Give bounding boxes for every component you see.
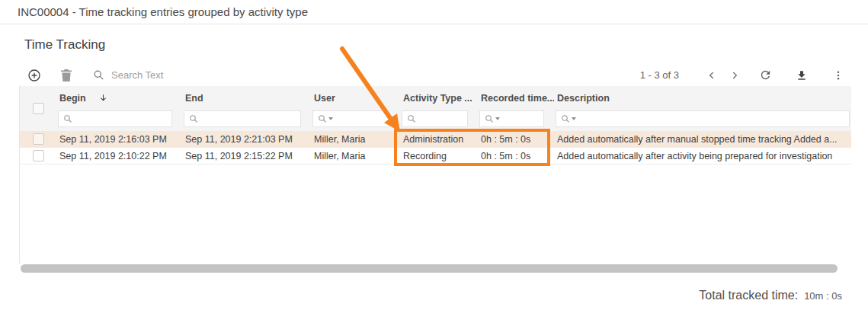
cell-recorded-time: 0h : 5m : 0s (478, 134, 554, 145)
column-header-end[interactable]: End (182, 93, 311, 104)
kebab-vertical-icon (832, 69, 844, 81)
toolbar-right: 1 - 3 of 3 (640, 66, 851, 85)
column-header-description[interactable]: Description (554, 93, 851, 104)
total-tracked-time: Total tracked time: 10m : 0s (699, 289, 842, 302)
cell-activity-type: Recording (400, 151, 478, 161)
global-search[interactable] (93, 68, 279, 83)
next-page-button[interactable] (726, 66, 743, 85)
magnifier-icon (561, 114, 570, 123)
chevron-left-icon (706, 70, 717, 81)
search-icon (93, 69, 104, 81)
column-header-activity-type[interactable]: Activity Type ... (400, 93, 478, 104)
sort-desc-icon (98, 93, 108, 103)
refresh-button[interactable] (755, 66, 775, 85)
magnifier-icon (189, 114, 198, 123)
grid-toolbar: 1 - 3 of 3 (19, 64, 851, 86)
cell-begin: Sep 11, 2019 2:10:22 PM (56, 151, 182, 161)
magnifier-icon (318, 114, 327, 123)
magnifier-icon (63, 114, 72, 123)
refresh-icon (759, 69, 772, 81)
page-title: Time Tracking (24, 37, 105, 53)
cell-recorded-time: 0h : 5m : 0s (478, 151, 554, 161)
cell-user: Miller, Maria (311, 151, 400, 161)
add-entry-button[interactable] (24, 66, 44, 85)
cell-user: Miller, Maria (311, 134, 400, 145)
filter-description-input[interactable] (556, 110, 850, 127)
chevron-right-icon (729, 70, 740, 81)
column-header-user[interactable]: User (311, 93, 400, 104)
window-title: INC00004 - Time tracking entries grouped… (18, 5, 308, 18)
filter-activity-type-input[interactable] (402, 110, 468, 127)
filter-begin-input[interactable] (58, 110, 172, 127)
prev-page-button[interactable] (703, 66, 720, 85)
select-all-checkbox[interactable] (33, 103, 44, 114)
table-header-block: Begin End User Activity Type ... Recorde… (20, 86, 851, 131)
empty-rows-area (20, 165, 851, 264)
cell-end: Sep 11, 2019 2:15:22 PM (182, 151, 311, 161)
export-button[interactable] (792, 66, 812, 85)
table-row[interactable]: Sep 11, 2019 2:10:22 PM Sep 11, 2019 2:1… (20, 148, 851, 165)
table-row[interactable]: Sep 11, 2019 2:16:03 PM Sep 11, 2019 2:2… (20, 131, 851, 148)
cell-activity-type: Administration (400, 134, 478, 145)
magnifier-icon (407, 114, 416, 123)
row-checkbox[interactable] (33, 150, 44, 161)
column-header-recorded-time[interactable]: Recorded time... (478, 93, 554, 104)
filter-recorded-time-input[interactable] (479, 110, 544, 127)
more-options-button[interactable] (828, 66, 848, 85)
column-header-row: Begin End User Activity Type ... Recorde… (20, 86, 851, 107)
plus-circle-icon (27, 69, 41, 82)
row-checkbox[interactable] (33, 133, 44, 145)
filter-end-input[interactable] (184, 110, 301, 127)
delete-entry-button[interactable] (56, 66, 76, 85)
horizontal-scrollbar[interactable] (19, 264, 851, 274)
table-frame: Begin End User Activity Type ... Recorde… (19, 86, 851, 264)
pagination-range: 1 - 3 of 3 (640, 69, 679, 81)
total-value: 10m : 0s (804, 290, 842, 302)
magnifier-icon (485, 114, 494, 123)
cell-begin: Sep 11, 2019 2:16:03 PM (56, 134, 182, 145)
search-input[interactable] (111, 68, 279, 83)
download-icon (796, 69, 808, 81)
filter-row (20, 107, 851, 131)
trash-icon (61, 69, 72, 81)
cell-end: Sep 11, 2019 2:21:03 PM (182, 134, 311, 145)
cell-description: Added automatically after manual stopped… (554, 134, 851, 145)
cell-description: Added automatically after activity being… (554, 151, 851, 161)
column-header-begin[interactable]: Begin (56, 93, 182, 104)
window-title-bar: INC00004 - Time tracking entries grouped… (0, 0, 868, 24)
filter-user-input[interactable] (312, 110, 390, 127)
time-tracking-grid: 1 - 3 of 3 (19, 64, 851, 274)
total-label: Total tracked time: (699, 289, 798, 302)
scrollbar-thumb[interactable] (21, 264, 838, 273)
